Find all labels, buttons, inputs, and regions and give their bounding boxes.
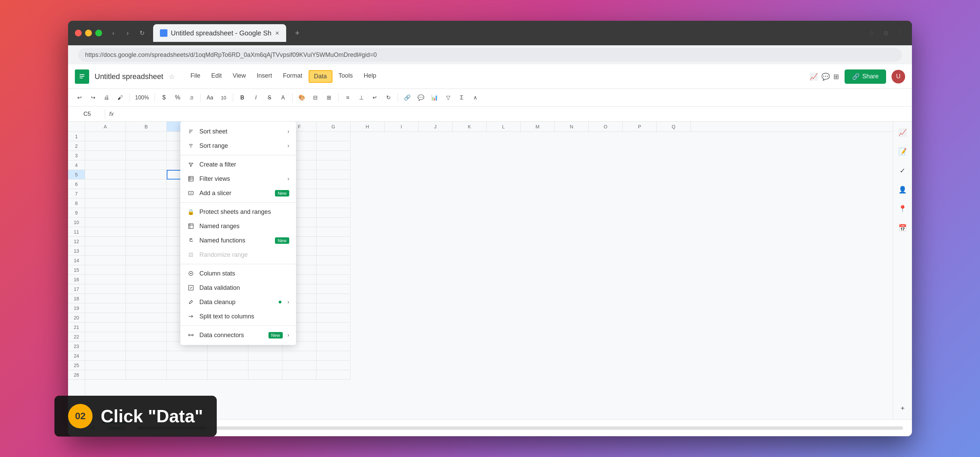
cell-b18[interactable] <box>126 294 167 304</box>
cell-a21[interactable] <box>85 323 126 332</box>
cell-b21[interactable] <box>126 323 167 332</box>
minimize-button[interactable] <box>85 30 92 37</box>
align-button[interactable]: ≡ <box>342 92 353 104</box>
cell-b14[interactable] <box>126 256 167 265</box>
strikethrough-button[interactable]: S <box>264 92 275 104</box>
cell-a20[interactable] <box>85 313 126 323</box>
cell-a26[interactable] <box>85 370 126 380</box>
cell-b8[interactable] <box>126 198 167 208</box>
row-22[interactable]: 22 <box>68 332 85 342</box>
col-header-n[interactable]: N <box>555 121 589 131</box>
cell-b19[interactable] <box>126 304 167 313</box>
cell-g9[interactable] <box>317 208 350 217</box>
sidebar-calendar-icon[interactable]: 📅 <box>896 221 910 235</box>
cell-d24[interactable] <box>208 351 248 361</box>
decrease-decimal-button[interactable]: .0 <box>185 92 197 104</box>
forward-button[interactable]: › <box>122 27 134 39</box>
cell-g26[interactable] <box>317 370 350 380</box>
cell-b17[interactable] <box>126 284 167 294</box>
refresh-button[interactable]: ↻ <box>136 27 148 39</box>
row-13[interactable]: 13 <box>68 246 85 256</box>
cell-c25[interactable] <box>167 361 208 370</box>
cell-a18[interactable] <box>85 294 126 304</box>
cell-b22[interactable] <box>126 332 167 342</box>
col-header-p[interactable]: P <box>623 121 657 131</box>
menu-named-functions[interactable]: Named functions New <box>180 233 296 248</box>
new-tab-button[interactable]: + <box>292 27 303 39</box>
extensions-icon[interactable]: ⧉ <box>881 28 891 38</box>
row-11[interactable]: 11 <box>68 227 85 236</box>
menu-file[interactable]: File <box>186 70 205 83</box>
menu-column-stats[interactable]: Column stats <box>180 266 296 281</box>
col-header-b[interactable]: B <box>126 121 167 131</box>
rotation-button[interactable]: ↻ <box>383 92 395 104</box>
menu-insert[interactable]: Insert <box>252 70 277 83</box>
merge-button[interactable]: ⊞ <box>323 92 335 104</box>
menu-add-slicer[interactable]: Add a slicer New <box>180 186 296 200</box>
cell-g24[interactable] <box>317 351 350 361</box>
cell-a24[interactable] <box>85 351 126 361</box>
col-header-j[interactable]: J <box>418 121 453 131</box>
cell-g4[interactable] <box>317 160 350 170</box>
menu-filter-views[interactable]: Filter views › <box>180 172 296 186</box>
cell-b16[interactable] <box>126 275 167 284</box>
col-header-g[interactable]: G <box>317 121 350 131</box>
row-9[interactable]: 9 <box>68 208 85 217</box>
cell-g17[interactable] <box>317 284 350 294</box>
row-1[interactable]: 1 <box>68 132 85 141</box>
cell-g6[interactable] <box>317 179 350 189</box>
row-19[interactable]: 19 <box>68 304 85 313</box>
cell-g16[interactable] <box>317 275 350 284</box>
cell-g1[interactable] <box>317 132 350 141</box>
col-header-o[interactable]: O <box>589 121 623 131</box>
wrap-button[interactable]: ↵ <box>369 92 381 104</box>
row-7[interactable]: 7 <box>68 189 85 198</box>
browser-tab[interactable]: Untitled spreadsheet - Google Sh ✕ <box>153 24 286 42</box>
cell-g12[interactable] <box>317 236 350 246</box>
cell-b12[interactable] <box>126 236 167 246</box>
cell-a6[interactable] <box>85 179 126 189</box>
link-button[interactable]: 🔗 <box>401 92 413 104</box>
menu-data-validation[interactable]: Data validation <box>180 281 296 295</box>
row-10[interactable]: 10 <box>68 217 85 227</box>
sheet-tab-1[interactable]: Sheet1 <box>102 422 130 433</box>
cell-a7[interactable] <box>85 189 126 198</box>
cell-b10[interactable] <box>126 217 167 227</box>
cell-g18[interactable] <box>317 294 350 304</box>
valign-button[interactable]: ⊥ <box>356 92 367 104</box>
function-button[interactable]: Σ <box>456 92 468 104</box>
row-3[interactable]: 3 <box>68 151 85 160</box>
menu-data-connectors[interactable]: Data connectors New › <box>180 328 296 342</box>
cell-b3[interactable] <box>126 151 167 160</box>
cell-b1[interactable] <box>126 132 167 141</box>
cell-g21[interactable] <box>317 323 350 332</box>
cell-e24[interactable] <box>248 351 282 361</box>
cell-a14[interactable] <box>85 256 126 265</box>
menu-sort-sheet[interactable]: Sort sheet › <box>180 124 296 139</box>
horizontal-scrollbar[interactable] <box>137 427 903 430</box>
cell-a22[interactable] <box>85 332 126 342</box>
cell-f25[interactable] <box>282 361 317 370</box>
row-14[interactable]: 14 <box>68 256 85 265</box>
sidebar-contacts-icon[interactable]: 👤 <box>896 183 910 197</box>
cell-a1[interactable] <box>85 132 126 141</box>
row-6[interactable]: 6 <box>68 179 85 189</box>
cell-d26[interactable] <box>208 370 248 380</box>
cell-g3[interactable] <box>317 151 350 160</box>
cell-b4[interactable] <box>126 160 167 170</box>
row-21[interactable]: 21 <box>68 323 85 332</box>
menu-sort-range[interactable]: Sort range › <box>180 139 296 153</box>
add-sheet-button[interactable]: + <box>73 423 84 433</box>
cell-b23[interactable] <box>126 342 167 351</box>
col-header-i[interactable]: I <box>385 121 418 131</box>
cell-a17[interactable] <box>85 284 126 294</box>
comment-toolbar-button[interactable]: 💬 <box>415 92 427 104</box>
cell-g19[interactable] <box>317 304 350 313</box>
menu-edit[interactable]: Edit <box>207 70 227 83</box>
row-26[interactable]: 26 <box>68 370 85 380</box>
bold-button[interactable]: B <box>237 92 248 104</box>
filter-button[interactable]: ▽ <box>442 92 454 104</box>
cell-a5[interactable] <box>85 170 126 179</box>
maximize-button[interactable] <box>95 30 102 37</box>
menu-format[interactable]: Format <box>278 70 307 83</box>
